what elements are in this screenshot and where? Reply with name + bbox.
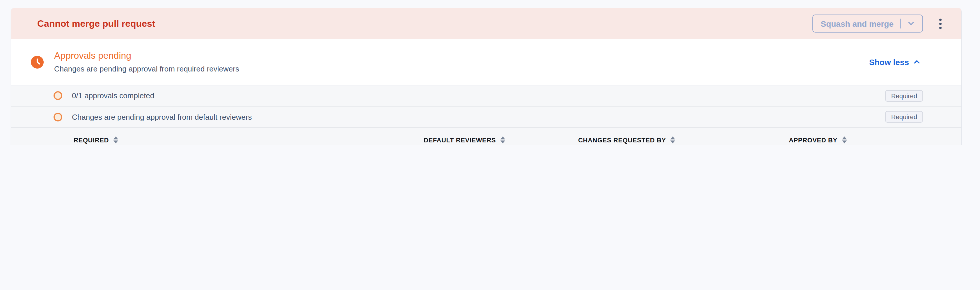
approvals-heading: Approvals pending Changes are pending ap… bbox=[54, 51, 239, 73]
approvals-title: Approvals pending bbox=[54, 51, 239, 61]
banner-title: Cannot merge pull request bbox=[37, 18, 155, 29]
more-options-icon[interactable] bbox=[937, 16, 944, 31]
column-header-default-reviewers[interactable]: DEFAULT REVIEWERS bbox=[424, 136, 505, 144]
column-header-required[interactable]: REQUIRED bbox=[74, 136, 118, 144]
button-divider bbox=[900, 19, 901, 29]
merge-checks-card: Cannot merge pull request Squash and mer… bbox=[11, 8, 961, 145]
show-less-label: Show less bbox=[869, 57, 909, 67]
sort-icon bbox=[842, 136, 847, 144]
chevron-down-icon[interactable] bbox=[907, 20, 915, 27]
reviewers-table-header: REQUIRED DEFAULT REVIEWERS CHANGES REQUE… bbox=[11, 128, 961, 145]
required-badge: Required bbox=[885, 90, 923, 102]
approvals-subtitle: Changes are pending approval from requir… bbox=[54, 65, 239, 73]
pending-clock-icon bbox=[31, 55, 44, 68]
page: Cannot merge pull request Squash and mer… bbox=[0, 0, 980, 145]
cannot-merge-banner: Cannot merge pull request Squash and mer… bbox=[11, 8, 961, 39]
approvals-pending-section: Approvals pending Changes are pending ap… bbox=[11, 39, 961, 86]
chevron-up-icon bbox=[913, 58, 921, 66]
column-header-approved-by[interactable]: APPROVED BY bbox=[789, 136, 847, 144]
approvals-count-label: 0/1 approvals completed bbox=[72, 92, 154, 100]
merge-button-label: Squash and merge bbox=[821, 19, 894, 28]
squash-and-merge-button[interactable]: Squash and merge bbox=[812, 14, 923, 33]
banner-actions: Squash and merge bbox=[812, 14, 961, 33]
pending-circle-icon bbox=[54, 92, 62, 100]
sort-icon bbox=[113, 136, 118, 144]
default-reviewers-row: Changes are pending approval from defaul… bbox=[11, 107, 961, 128]
show-less-toggle[interactable]: Show less bbox=[869, 57, 921, 67]
sort-icon bbox=[501, 136, 505, 144]
approvals-count-row: 0/1 approvals completed Required bbox=[11, 86, 961, 107]
sort-icon bbox=[671, 136, 675, 144]
default-reviewers-label: Changes are pending approval from defaul… bbox=[72, 113, 252, 122]
pending-circle-icon bbox=[54, 113, 62, 122]
required-badge: Required bbox=[885, 111, 923, 123]
column-header-changes-requested-by[interactable]: CHANGES REQUESTED BY bbox=[578, 136, 675, 144]
